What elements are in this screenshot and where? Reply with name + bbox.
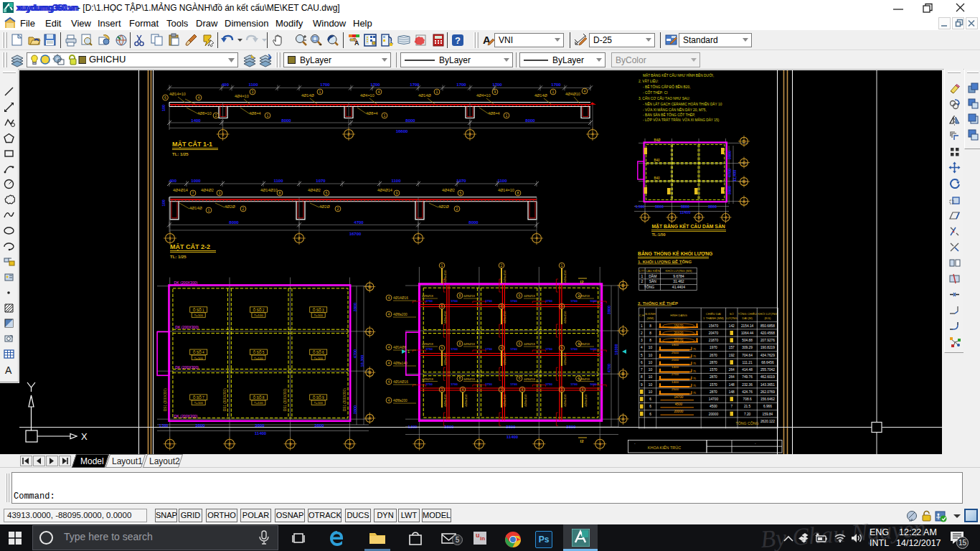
- svg-text:1700: 1700: [570, 347, 578, 351]
- svg-text:100: 100: [161, 199, 166, 206]
- svg-text:Ô SỐ 7: Ô SỐ 7: [193, 395, 204, 400]
- svg-text:4Ø4Ø2: 4Ø4Ø2: [201, 188, 214, 192]
- svg-text:4: 4: [388, 361, 390, 365]
- svg-text:T=100: T=100: [254, 314, 263, 317]
- svg-text:Ô SỐ 8: Ô SỐ 8: [253, 395, 264, 400]
- svg-text:148: 148: [729, 390, 735, 394]
- svg-text:4Ø14Ø10: 4Ø14Ø10: [260, 188, 278, 192]
- svg-text:1: 1: [208, 208, 210, 212]
- svg-text:3: 3: [561, 387, 563, 392]
- svg-text:1 THANH (MM): 1 THANH (MM): [703, 316, 724, 320]
- svg-text:414.48: 414.48: [742, 368, 753, 372]
- svg-text:3: 3: [501, 387, 503, 392]
- svg-text:462.6019: 462.6019: [760, 375, 775, 379]
- svg-text:B: B: [743, 179, 746, 184]
- svg-text:4Ø8Ø18: 4Ø8Ø18: [463, 342, 476, 346]
- svg-text:4: 4: [522, 387, 524, 392]
- svg-text:1070: 1070: [316, 179, 326, 183]
- svg-text:10: 10: [649, 346, 653, 349]
- svg-text:14700: 14700: [709, 397, 719, 401]
- svg-text:21770: 21770: [674, 339, 684, 342]
- svg-text:8000: 8000: [405, 118, 415, 123]
- svg-text:264: 264: [729, 368, 735, 372]
- svg-text:21870: 21870: [709, 339, 719, 342]
- svg-text:10: 10: [649, 354, 653, 357]
- svg-text:1570: 1570: [710, 383, 717, 387]
- svg-text:708.6: 708.6: [743, 397, 752, 401]
- svg-text:DK (200X300): DK (200X300): [174, 281, 198, 285]
- svg-text:4Ø4=10: 4Ø4=10: [360, 93, 374, 98]
- svg-text:B40: B40: [654, 159, 661, 162]
- svg-text:4Ø14=10: 4Ø14=10: [498, 188, 514, 192]
- svg-text:4Ø8=10: 4Ø8=10: [197, 111, 212, 116]
- svg-text:1800: 1800: [672, 343, 679, 347]
- svg-text:4Ø8a200: 4Ø8a200: [393, 313, 407, 316]
- svg-text:CTT: CTT: [639, 269, 646, 273]
- svg-text:Ô SỐ 2: Ô SỐ 2: [253, 308, 264, 312]
- svg-text:11400: 11400: [507, 435, 519, 439]
- svg-text:1700: 1700: [510, 347, 517, 351]
- svg-text:4Ø8Ø18: 4Ø8Ø18: [578, 377, 590, 381]
- svg-text:TL: 1/25: TL: 1/25: [172, 152, 189, 156]
- svg-text:8: 8: [641, 375, 643, 379]
- svg-text:704.64: 704.64: [742, 354, 753, 357]
- svg-text:4Ø14Ø: 4Ø14Ø: [301, 93, 314, 98]
- svg-text:4Ø14=10: 4Ø14=10: [169, 92, 186, 96]
- svg-text:- LỚP VỮA TRÁT TRẦN: VỮA XI MĂ: - LỚP VỮA TRÁT TRẦN: VỮA XI MĂNG DÀY 15): [643, 118, 720, 122]
- svg-text:4Ø8Ø18: 4Ø8Ø18: [463, 294, 476, 298]
- svg-text:4: 4: [462, 387, 464, 392]
- svg-text:3: 3: [252, 90, 254, 94]
- svg-text:4Ø4=10: 4Ø4=10: [235, 94, 249, 98]
- svg-text:5: 5: [441, 304, 443, 309]
- svg-text:2: 2: [641, 279, 643, 283]
- svg-text:850.6858: 850.6858: [760, 324, 775, 328]
- svg-text:2, VẬT LIỆU:: 2, VẬT LIỆU:: [639, 78, 659, 83]
- svg-text:1970: 1970: [710, 346, 717, 349]
- svg-text:4Ø4Ø2: 4Ø4Ø2: [442, 188, 455, 192]
- svg-text:1: 1: [436, 90, 438, 94]
- svg-text:2870: 2870: [710, 375, 717, 379]
- svg-text:4500: 4500: [710, 405, 717, 408]
- svg-text:A: A: [743, 199, 746, 204]
- svg-text:SỐ: SỐ: [730, 312, 735, 316]
- svg-text:8: 8: [459, 342, 461, 346]
- svg-text:4Ø8a150: 4Ø8a150: [584, 394, 588, 407]
- svg-text:Ô SỐ 6: Ô SỐ 6: [313, 350, 324, 354]
- svg-text:31.462: 31.462: [673, 279, 684, 283]
- svg-text:2. THỐNG KÊ THÉP: 2. THỐNG KÊ THÉP: [638, 301, 678, 306]
- svg-text:8: 8: [459, 376, 461, 380]
- svg-text:CHIỀU DÀI: CHIỀU DÀI: [706, 312, 721, 316]
- svg-text:1: 1: [641, 274, 643, 278]
- svg-text:DK (200X300): DK (200X300): [175, 325, 199, 329]
- svg-text:4Ø8a150: 4Ø8a150: [443, 311, 447, 324]
- svg-text:4Ø8Ø18: 4Ø8Ø18: [578, 294, 590, 298]
- svg-text:10: 10: [649, 390, 653, 394]
- svg-text:1700: 1700: [570, 299, 578, 303]
- svg-text:Đ.KÍNH: Đ.KÍNH: [645, 312, 655, 316]
- svg-text:LƯỢNG: LƯỢNG: [726, 316, 738, 320]
- svg-text:TỔNG CỘNG: TỔNG CỘNG: [736, 421, 759, 425]
- svg-text:1070: 1070: [456, 179, 466, 183]
- svg-text:1: 1: [441, 263, 443, 268]
- svg-text:6: 6: [519, 293, 521, 298]
- svg-text:MẶT CẮT 2-2: MẶT CẮT 2-2: [170, 243, 210, 250]
- svg-text:4Ø8Ø18: 4Ø8Ø18: [422, 377, 434, 381]
- svg-text:207.9276: 207.9276: [760, 339, 775, 342]
- svg-text:4Ø8a150: 4Ø8a150: [503, 311, 507, 324]
- svg-text:68.6456: 68.6456: [761, 361, 774, 364]
- svg-text:20470: 20470: [709, 331, 719, 335]
- svg-text:Ô SỐ 1: Ô SỐ 1: [193, 308, 204, 312]
- svg-text:4: 4: [198, 95, 200, 100]
- svg-text:4Ø8Ø18: 4Ø8Ø18: [422, 294, 434, 298]
- svg-text:4Ø4Ø14: 4Ø4Ø14: [173, 188, 188, 192]
- svg-text:6: 6: [501, 304, 503, 309]
- svg-text:1750: 1750: [545, 347, 552, 351]
- svg-text:7: 7: [730, 405, 732, 408]
- svg-text:75: 75: [693, 392, 696, 395]
- svg-text:B: B: [621, 372, 625, 376]
- svg-text:DS1 (200X300): DS1 (200X300): [343, 388, 347, 411]
- svg-text:20000: 20000: [674, 410, 684, 413]
- svg-text:75: 75: [693, 355, 696, 358]
- svg-text:1700: 1700: [510, 299, 517, 303]
- svg-text:1: 1: [319, 90, 321, 94]
